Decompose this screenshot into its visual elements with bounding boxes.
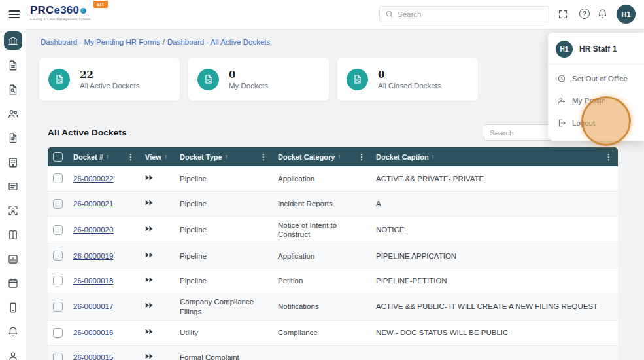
- select-all-checkbox[interactable]: [53, 152, 63, 162]
- row-checkbox[interactable]: [53, 173, 63, 183]
- row-checkbox[interactable]: [53, 353, 63, 360]
- hamburger-menu-icon[interactable]: [8, 8, 21, 21]
- scan-person-icon: [7, 205, 19, 217]
- app-logo[interactable]: PRCe360 e-Filing & Case Management Syste…: [30, 4, 91, 21]
- sort-icon: ↑: [164, 153, 167, 160]
- stat-card-my-dockets[interactable]: 0 My Dockets: [188, 58, 329, 101]
- docket-link[interactable]: 26-0000015: [73, 353, 113, 360]
- docket-link[interactable]: 26-0000020: [73, 226, 113, 234]
- column-menu-icon[interactable]: ⋮: [605, 153, 613, 162]
- docket-category-cell: Incident Reports: [273, 191, 371, 216]
- table-row: 26-0000018 Pipeline Petition PIPELINE-PE…: [48, 268, 618, 293]
- sidebar-item-id-scan[interactable]: [7, 205, 19, 217]
- menu-item-label: Logout: [572, 119, 595, 127]
- sidebar-item-organizations[interactable]: [7, 156, 19, 168]
- row-checkbox[interactable]: [53, 328, 63, 338]
- row-checkbox[interactable]: [53, 302, 63, 312]
- fullscreen-icon[interactable]: [558, 9, 568, 20]
- view-docket-icon[interactable]: [145, 225, 154, 234]
- docket-category-cell: Petition: [273, 268, 371, 293]
- sidebar-item-invoices[interactable]: [7, 132, 19, 144]
- sidebar-item-filings[interactable]: [7, 60, 19, 71]
- logout-icon: [557, 118, 566, 128]
- sidebar-item-reports[interactable]: [7, 253, 19, 265]
- stat-label: My Dockets: [229, 82, 268, 90]
- docket-category-cell: [273, 346, 371, 360]
- stat-card-all-active-dockets[interactable]: 22 All Active Dockets: [39, 58, 180, 101]
- sort-icon: ↑: [432, 153, 435, 160]
- column-menu-icon[interactable]: ⋮: [127, 153, 135, 162]
- column-header-view[interactable]: View↑: [140, 147, 175, 166]
- column-header-docket-category[interactable]: Docket Category↑⋮: [273, 147, 371, 166]
- view-docket-icon[interactable]: [145, 251, 154, 261]
- bell-alert-icon: [7, 326, 19, 338]
- column-header-docket-number[interactable]: Docket #↑⋮: [68, 147, 140, 166]
- column-menu-icon[interactable]: ⋮: [260, 153, 267, 162]
- table-row: 26-0000019 Pipeline Application PIPELINE…: [48, 243, 618, 268]
- menu-item-logout[interactable]: Logout: [548, 112, 644, 134]
- stat-label: All Active Dockets: [80, 82, 139, 90]
- help-icon[interactable]: ?: [579, 9, 590, 19]
- dockets-table: Docket #↑⋮ View↑ Docket Type↑⋮ Docket Ca…: [48, 147, 618, 360]
- breadcrumb: Dashboard - My Pending HR Forms/Dashboar…: [41, 38, 630, 46]
- file-invoice-icon: [7, 132, 19, 144]
- docket-link[interactable]: 26-0000019: [73, 252, 113, 260]
- global-search-input[interactable]: [398, 10, 543, 18]
- menu-item-set-out-of-office[interactable]: Set Out of Office: [548, 67, 644, 90]
- row-checkbox[interactable]: [53, 199, 63, 209]
- row-checkbox[interactable]: [53, 225, 63, 235]
- sidebar-item-profile[interactable]: [7, 350, 19, 360]
- menu-item-my-profile[interactable]: My Profile: [548, 90, 644, 112]
- docket-category-cell: Notifications: [273, 293, 371, 321]
- sort-icon: ↑: [106, 153, 109, 160]
- user-avatar-button[interactable]: H1: [617, 5, 636, 24]
- breadcrumb-link-pending-hr-forms[interactable]: Dashboard - My Pending HR Forms: [41, 38, 160, 46]
- sidebar-item-alerts[interactable]: [7, 326, 19, 338]
- row-checkbox[interactable]: [53, 276, 63, 285]
- calendar-icon: [7, 278, 19, 289]
- book-icon: [7, 229, 19, 241]
- docket-link[interactable]: 26-0000021: [73, 200, 113, 207]
- stat-card-all-closed-dockets[interactable]: 0 All Closed Dockets: [337, 58, 478, 101]
- docket-caption-cell: A: [371, 191, 618, 216]
- sidebar-item-library[interactable]: [7, 229, 19, 241]
- table-row: 26-0000020 Pipeline Notice of Intent to …: [48, 216, 618, 243]
- view-docket-icon[interactable]: [145, 302, 154, 311]
- sidebar-item-users[interactable]: [7, 108, 19, 120]
- docket-link[interactable]: 26-0000016: [73, 329, 113, 336]
- docket-link[interactable]: 26-0000018: [73, 277, 113, 285]
- person-icon: [7, 350, 19, 360]
- column-menu-icon[interactable]: ⋮: [358, 153, 365, 162]
- stat-value: 22: [80, 69, 139, 81]
- avatar: H1: [556, 41, 573, 58]
- docket-file-icon: [48, 69, 70, 90]
- users-icon: [7, 108, 19, 120]
- sidebar-item-mobile[interactable]: [7, 302, 19, 314]
- column-header-docket-caption[interactable]: Docket Caption↑⋮: [371, 147, 618, 166]
- view-docket-icon[interactable]: [145, 199, 154, 208]
- topbar: PRCe360 e-Filing & Case Management Syste…: [0, 0, 644, 29]
- sidebar-item-docket-search[interactable]: [7, 84, 19, 96]
- user-dropdown-menu: H1 HR Staff 1 Set Out of Office My Profi…: [548, 33, 644, 141]
- view-docket-icon[interactable]: [145, 353, 154, 360]
- view-docket-icon[interactable]: [145, 174, 154, 183]
- notifications-bell-icon[interactable]: [597, 9, 608, 20]
- docket-caption-cell: ACTIVE && PUBLIC- IT WILL CREATE A NEW F…: [371, 293, 618, 321]
- docket-link[interactable]: 26-0000022: [73, 175, 113, 183]
- docket-link[interactable]: 26-0000017: [73, 302, 113, 310]
- sort-icon: ↑: [337, 153, 341, 160]
- sidebar-item-forms[interactable]: [7, 181, 19, 192]
- row-checkbox[interactable]: [53, 251, 63, 261]
- docket-type-cell: Pipeline: [175, 166, 273, 191]
- form-card-icon: [7, 181, 19, 192]
- docket-type-cell: Pipeline: [175, 268, 273, 293]
- sidebar-item-dashboard[interactable]: [4, 31, 22, 50]
- table-row: 26-0000015 Formal Complaint: [48, 346, 618, 360]
- view-docket-icon[interactable]: [145, 328, 154, 337]
- column-header-docket-type[interactable]: Docket Type↑⋮: [175, 147, 273, 166]
- view-docket-icon[interactable]: [145, 276, 154, 285]
- sidebar-item-calendar[interactable]: [7, 278, 19, 289]
- breadcrumb-link-all-active-dockets[interactable]: Dashboard - All Active Dockets: [167, 38, 270, 46]
- chart-icon: [7, 253, 19, 265]
- docket-caption-cell: [371, 346, 618, 360]
